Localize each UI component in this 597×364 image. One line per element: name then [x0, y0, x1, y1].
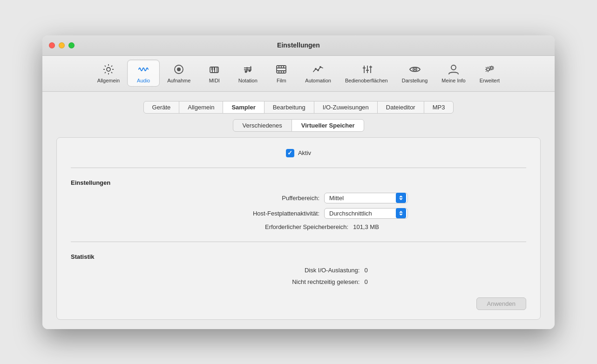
- statistik-title: Statistik: [71, 253, 526, 260]
- statistik-section: Statistik Disk I/O-Auslastung: 0 Nicht r…: [71, 253, 526, 290]
- svg-point-2: [177, 67, 181, 71]
- record-icon: [173, 63, 185, 76]
- svg-point-0: [107, 67, 110, 71]
- toolbar-item-bedienoberflaechen[interactable]: Bedienoberflächen: [339, 60, 394, 86]
- svg-point-26: [319, 66, 321, 68]
- nicht-rechtzeitig-value: 0: [364, 278, 367, 285]
- content-area: Geräte Allgemein Sampler Bearbeitung I/O…: [42, 92, 555, 329]
- toolbar-label-notation: Notation: [238, 78, 258, 83]
- erforderlicher-speicherbereich-value: 101,3 MB: [353, 223, 379, 230]
- tab-io-zuweisungen[interactable]: I/O-Zuweisungen: [314, 101, 378, 114]
- window-controls: [49, 42, 75, 48]
- einstellungen-title: Einstellungen: [71, 179, 526, 186]
- toolbar-label-meineinfo: Meine Info: [441, 78, 465, 83]
- toolbar-item-darstellung[interactable]: Darstellung: [395, 60, 434, 86]
- tab-allgemein[interactable]: Allgemein: [179, 101, 223, 114]
- main-window: Einstellungen Allgemein Audio: [42, 35, 555, 329]
- midi-icon: [208, 63, 220, 76]
- pufferbereich-label: Pufferbereich:: [189, 195, 324, 202]
- titlebar: Einstellungen: [42, 35, 555, 56]
- person-icon: [448, 63, 460, 76]
- svg-point-25: [317, 69, 319, 71]
- toolbar-item-allgemein[interactable]: Allgemein: [91, 60, 126, 86]
- tab-sampler[interactable]: Sampler: [223, 101, 264, 114]
- disk-io-value: 0: [364, 267, 367, 274]
- tab-bearbeitung[interactable]: Bearbeitung: [264, 101, 314, 114]
- svg-point-35: [451, 65, 456, 70]
- notation-icon: [242, 63, 254, 76]
- sliders-icon: [360, 63, 373, 76]
- svg-rect-7: [211, 67, 213, 70]
- checkbox-check-icon: ✓: [287, 150, 292, 156]
- aktiv-checkbox[interactable]: ✓: [286, 149, 294, 157]
- toolbar-item-aufnahme[interactable]: Aufnahme: [161, 60, 197, 86]
- toolbar-item-midi[interactable]: MIDI: [198, 60, 231, 86]
- aktiv-row: ✓ Aktiv: [71, 149, 526, 157]
- toolbar-label-darstellung: Darstellung: [402, 78, 428, 83]
- maximize-button[interactable]: [68, 42, 75, 48]
- aktiv-label: Aktiv: [298, 149, 311, 156]
- svg-point-36: [487, 68, 489, 71]
- nicht-rechtzeitig-label: Nicht rechtzeitig gelesen:: [229, 278, 364, 285]
- apply-button[interactable]: Anwenden: [476, 297, 526, 310]
- toolbar-label-audio: Audio: [137, 78, 150, 83]
- toolbar-item-notation[interactable]: Notation: [231, 60, 264, 86]
- pufferbereich-select-wrapper: Klein Mittel Groß: [324, 193, 408, 203]
- minimize-button[interactable]: [59, 42, 65, 48]
- tab-dateieditor[interactable]: Dateieditor: [377, 101, 424, 114]
- eye-icon: [409, 63, 421, 76]
- tab-verschiedenes[interactable]: Verschiedenes: [233, 119, 292, 132]
- tab-bar-2: Verschiedenes Virtueller Speicher: [233, 119, 365, 132]
- toolbar-label-allgemein: Allgemein: [97, 78, 120, 83]
- tab-virtueller-speicher[interactable]: Virtueller Speicher: [292, 119, 365, 132]
- audio-icon: [137, 63, 149, 76]
- settings-panel: ✓ Aktiv Einstellungen Pufferbereich: Kle…: [56, 137, 541, 320]
- svg-point-37: [491, 67, 493, 69]
- disk-io-row: Disk I/O-Auslastung: 0: [71, 267, 526, 274]
- toolbar: Allgemein Audio Aufnahme: [42, 56, 555, 92]
- tab-mp3[interactable]: MP3: [424, 101, 454, 114]
- gear-icon: [102, 63, 115, 76]
- toolbar-item-meineinfo[interactable]: Meine Info: [435, 60, 472, 86]
- tab-geraete[interactable]: Geräte: [143, 101, 180, 114]
- pufferbereich-select[interactable]: Klein Mittel Groß: [324, 193, 408, 203]
- window-title: Einstellungen: [277, 41, 320, 49]
- film-icon: [275, 63, 287, 76]
- divider-2: [71, 242, 526, 242]
- toolbar-item-erweitert[interactable]: Erweitert: [473, 60, 506, 86]
- erforderlicher-speicherbereich-label: Erforderlicher Speicherbereich:: [218, 223, 353, 230]
- toolbar-label-bedienoberflaechen: Bedienoberflächen: [345, 78, 388, 83]
- einstellungen-section: Einstellungen Pufferbereich: Klein Mitte…: [71, 179, 526, 235]
- host-festplattenaktivitaet-select[interactable]: Gering Durchschnittlich Hoch: [324, 208, 408, 219]
- toolbar-item-film[interactable]: Film: [265, 60, 298, 86]
- erforderlicher-speicherbereich-row: Erforderlicher Speicherbereich: 101,3 MB: [71, 223, 526, 230]
- toolbar-item-automation[interactable]: Automation: [298, 60, 338, 86]
- host-festplattenaktivitaet-select-wrapper: Gering Durchschnittlich Hoch: [324, 208, 408, 219]
- toolbar-label-erweitert: Erweitert: [480, 78, 500, 83]
- toolbar-label-film: Film: [277, 78, 286, 83]
- svg-point-34: [414, 68, 416, 70]
- nicht-rechtzeitig-row: Nicht rechtzeitig gelesen: 0: [71, 278, 526, 285]
- toolbar-item-audio[interactable]: Audio: [127, 60, 160, 87]
- toolbar-label-aufnahme: Aufnahme: [167, 78, 190, 83]
- toolbar-label-midi: MIDI: [209, 78, 220, 83]
- apply-row: Anwenden: [71, 297, 526, 310]
- svg-point-24: [315, 68, 317, 70]
- svg-rect-8: [214, 67, 215, 70]
- host-festplattenaktivitaet-row: Host-Festplattenaktivität: Gering Durchs…: [71, 208, 526, 219]
- host-festplattenaktivitaet-label: Host-Festplattenaktivität:: [189, 210, 324, 217]
- automation-icon: [312, 63, 324, 76]
- tab-bar-1: Geräte Allgemein Sampler Bearbeitung I/O…: [143, 101, 454, 114]
- gears-icon: [483, 63, 495, 76]
- pufferbereich-row: Pufferbereich: Klein Mittel Groß: [71, 193, 526, 203]
- divider-1: [71, 168, 526, 168]
- toolbar-label-automation: Automation: [305, 78, 331, 83]
- disk-io-label: Disk I/O-Auslastung:: [229, 267, 364, 274]
- close-button[interactable]: [49, 42, 55, 48]
